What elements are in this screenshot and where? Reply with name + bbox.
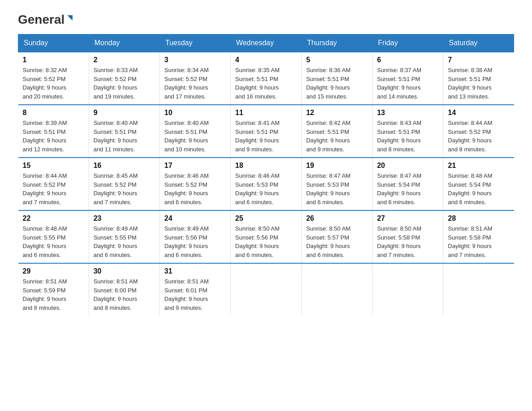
calendar-cell: 31 Sunrise: 8:51 AM Sunset: 6:01 PM Dayl…	[159, 263, 230, 316]
day-info: Sunrise: 8:38 AM Sunset: 5:51 PM Dayligh…	[448, 66, 509, 101]
calendar-cell: 19 Sunrise: 8:47 AM Sunset: 5:53 PM Dayl…	[301, 158, 372, 210]
day-number: 3	[164, 56, 226, 64]
day-number: 27	[377, 214, 438, 223]
day-number: 30	[94, 267, 155, 275]
logo-arrow-icon	[65, 14, 74, 23]
day-number: 17	[164, 162, 226, 170]
calendar-cell: 6 Sunrise: 8:37 AM Sunset: 5:51 PM Dayli…	[372, 52, 443, 105]
day-number: 22	[23, 214, 84, 223]
calendar-cell: 7 Sunrise: 8:38 AM Sunset: 5:51 PM Dayli…	[443, 52, 514, 105]
day-number: 5	[306, 56, 368, 64]
calendar-cell: 1 Sunrise: 8:32 AM Sunset: 5:52 PM Dayli…	[18, 52, 89, 105]
day-info: Sunrise: 8:48 AM Sunset: 5:54 PM Dayligh…	[448, 171, 509, 206]
day-info: Sunrise: 8:44 AM Sunset: 5:52 PM Dayligh…	[23, 171, 84, 206]
day-number: 14	[448, 109, 509, 117]
svg-marker-0	[67, 15, 73, 21]
day-number: 21	[448, 162, 509, 170]
weekday-header-thursday: Thursday	[301, 34, 372, 52]
calendar-cell: 9 Sunrise: 8:40 AM Sunset: 5:51 PM Dayli…	[89, 105, 159, 158]
day-number: 13	[377, 109, 438, 117]
calendar-cell: 15 Sunrise: 8:44 AM Sunset: 5:52 PM Dayl…	[18, 158, 89, 210]
calendar-cell: 23 Sunrise: 8:49 AM Sunset: 5:55 PM Dayl…	[89, 210, 159, 263]
day-number: 29	[23, 267, 84, 275]
calendar-cell: 5 Sunrise: 8:36 AM Sunset: 5:51 PM Dayli…	[301, 52, 372, 105]
day-number: 25	[235, 214, 296, 223]
weekday-header-sunday: Sunday	[18, 34, 89, 52]
calendar-cell: 27 Sunrise: 8:50 AM Sunset: 5:58 PM Dayl…	[372, 210, 443, 263]
day-info: Sunrise: 8:37 AM Sunset: 5:51 PM Dayligh…	[377, 66, 438, 101]
calendar-cell: 16 Sunrise: 8:45 AM Sunset: 5:52 PM Dayl…	[89, 158, 159, 210]
day-number: 19	[306, 162, 368, 170]
day-info: Sunrise: 8:46 AM Sunset: 5:53 PM Dayligh…	[235, 171, 296, 206]
day-number: 8	[23, 109, 84, 117]
day-info: Sunrise: 8:42 AM Sunset: 5:51 PM Dayligh…	[306, 119, 368, 154]
calendar-cell: 20 Sunrise: 8:47 AM Sunset: 5:54 PM Dayl…	[372, 158, 443, 210]
calendar-cell	[231, 263, 301, 316]
day-number: 16	[94, 162, 155, 170]
day-number: 24	[164, 214, 226, 223]
calendar-cell: 12 Sunrise: 8:42 AM Sunset: 5:51 PM Dayl…	[301, 105, 372, 158]
day-info: Sunrise: 8:33 AM Sunset: 5:52 PM Dayligh…	[94, 66, 155, 101]
calendar-cell: 24 Sunrise: 8:49 AM Sunset: 5:56 PM Dayl…	[159, 210, 230, 263]
day-number: 28	[448, 214, 509, 223]
calendar-week-row: 15 Sunrise: 8:44 AM Sunset: 5:52 PM Dayl…	[18, 158, 514, 210]
day-number: 18	[235, 162, 296, 170]
calendar-cell: 8 Sunrise: 8:39 AM Sunset: 5:51 PM Dayli…	[18, 105, 89, 158]
day-info: Sunrise: 8:51 AM Sunset: 6:00 PM Dayligh…	[94, 277, 155, 312]
logo: General	[18, 13, 74, 25]
day-info: Sunrise: 8:48 AM Sunset: 5:55 PM Dayligh…	[23, 224, 84, 259]
page-header: General	[18, 13, 514, 25]
day-info: Sunrise: 8:46 AM Sunset: 5:52 PM Dayligh…	[164, 171, 226, 206]
calendar-cell: 30 Sunrise: 8:51 AM Sunset: 6:00 PM Dayl…	[89, 263, 159, 316]
day-number: 4	[235, 56, 296, 64]
day-info: Sunrise: 8:50 AM Sunset: 5:58 PM Dayligh…	[377, 224, 438, 259]
calendar-cell	[301, 263, 372, 316]
day-number: 9	[94, 109, 155, 117]
day-info: Sunrise: 8:44 AM Sunset: 5:52 PM Dayligh…	[448, 119, 509, 154]
day-number: 1	[23, 56, 84, 64]
day-info: Sunrise: 8:49 AM Sunset: 5:56 PM Dayligh…	[164, 224, 226, 259]
logo-text-general: General	[18, 13, 64, 26]
calendar-cell: 14 Sunrise: 8:44 AM Sunset: 5:52 PM Dayl…	[443, 105, 514, 158]
calendar-cell: 3 Sunrise: 8:34 AM Sunset: 5:52 PM Dayli…	[159, 52, 230, 105]
day-number: 11	[235, 109, 296, 117]
day-number: 15	[23, 162, 84, 170]
calendar-cell: 29 Sunrise: 8:51 AM Sunset: 5:59 PM Dayl…	[18, 263, 89, 316]
day-info: Sunrise: 8:43 AM Sunset: 5:51 PM Dayligh…	[377, 119, 438, 154]
day-info: Sunrise: 8:34 AM Sunset: 5:52 PM Dayligh…	[164, 66, 226, 101]
calendar-cell	[443, 263, 514, 316]
day-info: Sunrise: 8:35 AM Sunset: 5:51 PM Dayligh…	[235, 66, 296, 101]
day-number: 31	[164, 267, 226, 275]
day-info: Sunrise: 8:45 AM Sunset: 5:52 PM Dayligh…	[94, 171, 155, 206]
calendar-cell: 22 Sunrise: 8:48 AM Sunset: 5:55 PM Dayl…	[18, 210, 89, 263]
calendar-cell: 13 Sunrise: 8:43 AM Sunset: 5:51 PM Dayl…	[372, 105, 443, 158]
day-info: Sunrise: 8:32 AM Sunset: 5:52 PM Dayligh…	[23, 66, 84, 101]
weekday-header-saturday: Saturday	[443, 34, 514, 52]
day-number: 10	[164, 109, 226, 117]
day-number: 12	[306, 109, 368, 117]
calendar-week-row: 22 Sunrise: 8:48 AM Sunset: 5:55 PM Dayl…	[18, 210, 514, 263]
calendar-cell: 26 Sunrise: 8:50 AM Sunset: 5:57 PM Dayl…	[301, 210, 372, 263]
day-info: Sunrise: 8:51 AM Sunset: 5:58 PM Dayligh…	[448, 224, 509, 259]
calendar-table: SundayMondayTuesdayWednesdayThursdayFrid…	[18, 34, 514, 316]
weekday-header-wednesday: Wednesday	[231, 34, 301, 52]
day-info: Sunrise: 8:51 AM Sunset: 5:59 PM Dayligh…	[23, 277, 84, 312]
weekday-header-friday: Friday	[372, 34, 443, 52]
weekday-header-tuesday: Tuesday	[159, 34, 230, 52]
day-info: Sunrise: 8:49 AM Sunset: 5:55 PM Dayligh…	[94, 224, 155, 259]
day-number: 7	[448, 56, 509, 64]
calendar-week-row: 29 Sunrise: 8:51 AM Sunset: 5:59 PM Dayl…	[18, 263, 514, 316]
day-info: Sunrise: 8:40 AM Sunset: 5:51 PM Dayligh…	[94, 119, 155, 154]
calendar-cell: 17 Sunrise: 8:46 AM Sunset: 5:52 PM Dayl…	[159, 158, 230, 210]
calendar-cell: 2 Sunrise: 8:33 AM Sunset: 5:52 PM Dayli…	[89, 52, 159, 105]
calendar-cell: 4 Sunrise: 8:35 AM Sunset: 5:51 PM Dayli…	[231, 52, 301, 105]
day-info: Sunrise: 8:50 AM Sunset: 5:57 PM Dayligh…	[306, 224, 368, 259]
day-info: Sunrise: 8:50 AM Sunset: 5:56 PM Dayligh…	[235, 224, 296, 259]
day-number: 23	[94, 214, 155, 223]
day-info: Sunrise: 8:47 AM Sunset: 5:54 PM Dayligh…	[377, 171, 438, 206]
day-info: Sunrise: 8:41 AM Sunset: 5:51 PM Dayligh…	[235, 119, 296, 154]
day-info: Sunrise: 8:36 AM Sunset: 5:51 PM Dayligh…	[306, 66, 368, 101]
day-info: Sunrise: 8:47 AM Sunset: 5:53 PM Dayligh…	[306, 171, 368, 206]
calendar-cell	[372, 263, 443, 316]
day-info: Sunrise: 8:51 AM Sunset: 6:01 PM Dayligh…	[164, 277, 226, 312]
